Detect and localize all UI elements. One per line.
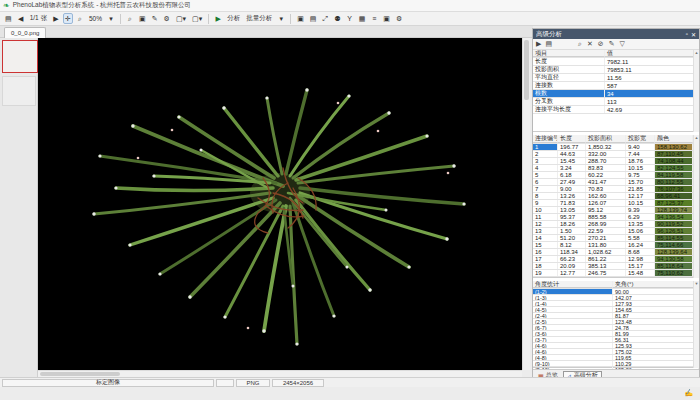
link-row[interactable]: 79.0070.8321.8576,107,36 bbox=[533, 186, 699, 193]
panel-play-icon[interactable]: ▶ bbox=[536, 40, 541, 48]
table-cell: 126.07 bbox=[586, 200, 626, 206]
fit-view-icon[interactable]: ▣ bbox=[137, 13, 148, 24]
panel-search-icon[interactable]: ⌕ bbox=[578, 40, 582, 48]
branch-y-icon[interactable]: Y bbox=[345, 13, 355, 24]
table-cell: 1.50 bbox=[558, 228, 586, 234]
image-tab[interactable]: 0_0_0.png bbox=[4, 27, 46, 38]
table-cell: (2-4) bbox=[533, 313, 613, 318]
person-icon[interactable]: ⚉ bbox=[332, 13, 342, 24]
analyze-button[interactable]: 分析 bbox=[225, 13, 242, 24]
link-row[interactable]: 43.2483.8310.1582,124,55 bbox=[533, 165, 699, 172]
table-cell: 1,850.32 bbox=[586, 144, 626, 150]
link-row[interactable]: 1766.23861.2212.9894,130,58 bbox=[533, 256, 699, 263]
camera-icon[interactable]: ▣ bbox=[381, 13, 392, 24]
list-icon[interactable]: ≡ bbox=[369, 13, 379, 24]
link-row[interactable]: 131.5022.5915.0696,126,51 bbox=[533, 228, 699, 235]
analyze-play-icon[interactable]: ▶ bbox=[213, 13, 223, 24]
batch-analyze-button[interactable]: 批量分析 bbox=[244, 13, 274, 24]
mask-dropdown-icon[interactable]: ▢▾ bbox=[190, 13, 204, 24]
panel-filter-icon[interactable]: ▽ bbox=[620, 40, 625, 48]
canvas-vertical-scrollbar[interactable] bbox=[522, 38, 530, 370]
panel-exclude-icon[interactable]: ⊘ bbox=[598, 40, 604, 48]
link-row[interactable]: 1451.20270.215.5885,114,55 bbox=[533, 235, 699, 242]
gear-icon[interactable]: ⚙ bbox=[394, 13, 404, 24]
column-header[interactable]: 长度 bbox=[558, 135, 586, 143]
table-cell: 162.60 bbox=[586, 193, 626, 199]
settings-icon[interactable]: ⚙ bbox=[162, 13, 172, 24]
batch-dropdown-caret-icon[interactable]: ▾ bbox=[276, 13, 286, 24]
toolbar-separator bbox=[208, 14, 209, 24]
link-row[interactable]: 16118.341,028.628.68128,139,64 bbox=[533, 249, 699, 256]
panel-title-bar: 高级分析 ▫ ✕ bbox=[533, 29, 699, 39]
column-header[interactable]: 角度统计 bbox=[533, 281, 613, 288]
link-row[interactable]: 1820.09385.1315.1785,118,64 bbox=[533, 263, 699, 270]
zoom-in-icon[interactable]: ⌕ bbox=[125, 13, 135, 24]
panel-report-icon[interactable]: ▤ bbox=[545, 40, 552, 48]
properties-scrollbar[interactable]: ▲ bbox=[693, 50, 699, 132]
prev-image-icon[interactable]: ◀ bbox=[16, 13, 26, 24]
link-row[interactable]: 244.63332.007.4487,110,45 bbox=[533, 151, 699, 158]
plant-root-image bbox=[38, 38, 522, 370]
links-scrollbar[interactable]: ▲ bbox=[693, 135, 699, 278]
image-icon[interactable]: ▣ bbox=[295, 13, 306, 24]
table-cell: 8.68 bbox=[626, 249, 655, 255]
save-icon[interactable]: ▤ bbox=[3, 13, 14, 24]
column-header[interactable]: 投影宽 bbox=[626, 135, 655, 143]
link-row[interactable]: 1218.26268.9913.3590,119,52 bbox=[533, 221, 699, 228]
report-icon[interactable]: ▤ bbox=[308, 13, 319, 24]
table-cell: 12.17 bbox=[626, 193, 655, 199]
property-row[interactable]: 根数34 bbox=[533, 90, 699, 98]
panel-close-icon[interactable]: ✕ bbox=[691, 31, 696, 38]
table-cell: 6.18 bbox=[558, 172, 586, 178]
table-cell: 51.20 bbox=[558, 235, 586, 241]
grid-table-icon[interactable]: ▦ bbox=[357, 13, 368, 24]
zoom-dropdown-caret-icon[interactable]: ▾ bbox=[106, 13, 116, 24]
property-row[interactable]: 分叉数113 bbox=[533, 98, 699, 106]
pan-tool-icon[interactable]: ✛ bbox=[63, 13, 73, 24]
zoom-tool-icon[interactable]: ⌕ bbox=[75, 13, 85, 24]
table-cell: 13.26 bbox=[558, 193, 586, 199]
link-row[interactable]: 1912.77246.7515.4875,110,62 bbox=[533, 270, 699, 277]
column-header[interactable]: 夹角(°) bbox=[613, 281, 699, 288]
angles-scrollbar[interactable]: ▼ bbox=[693, 281, 699, 368]
zoom-level-select[interactable]: 50% bbox=[87, 13, 104, 24]
table-cell: 12.98 bbox=[626, 256, 655, 262]
active-thumbnail[interactable] bbox=[2, 40, 38, 73]
link-row[interactable]: 627.49431.4715.7080,112,55 bbox=[533, 179, 699, 186]
expand-icon[interactable]: ⤢ bbox=[320, 13, 330, 24]
table-cell: 95.37 bbox=[558, 214, 586, 220]
property-row[interactable]: 长度7982.11 bbox=[533, 58, 699, 66]
panel-delete-icon[interactable]: ✕ bbox=[587, 40, 593, 48]
table-cell: 83.83 bbox=[586, 165, 626, 171]
property-row[interactable]: 连接数587 bbox=[533, 82, 699, 90]
column-header[interactable]: 值 bbox=[605, 50, 699, 57]
panel-edit-icon[interactable]: ✎ bbox=[609, 40, 615, 48]
link-row[interactable]: 56.1860.229.7584,119,58 bbox=[533, 172, 699, 179]
link-row[interactable]: 1013.0595.129.39128,139,74 bbox=[533, 207, 699, 214]
property-row[interactable]: 投影面积79853.11 bbox=[533, 66, 699, 74]
table-cell: 44.63 bbox=[558, 151, 586, 157]
column-header[interactable]: 项目 bbox=[533, 50, 605, 57]
table-cell: 118.34 bbox=[558, 249, 586, 255]
column-header[interactable]: 连接编号 bbox=[533, 135, 558, 143]
layer-dropdown-icon[interactable]: ▢▾ bbox=[174, 13, 188, 24]
property-row[interactable]: 连接平均长度42.69 bbox=[533, 106, 699, 114]
next-image-icon[interactable]: ▶ bbox=[51, 13, 61, 24]
link-row[interactable]: 813.26162.6012.1768,96,41 bbox=[533, 193, 699, 200]
link-row[interactable]: 971.83126.0710.1587,125,37 bbox=[533, 200, 699, 207]
canvas-horizontal-scrollbar[interactable] bbox=[38, 370, 522, 377]
table-cell: 2 bbox=[533, 151, 558, 157]
link-row[interactable]: 1195.37885.586.2994,136,54 bbox=[533, 214, 699, 221]
table-cell: 154.65 bbox=[613, 307, 699, 312]
panel-float-icon[interactable]: ▫ bbox=[686, 31, 688, 38]
edit-icon[interactable]: ✎ bbox=[150, 13, 160, 24]
link-row[interactable]: 315.45288.7018.7674,108,44 bbox=[533, 158, 699, 165]
table-cell: 13 bbox=[533, 228, 558, 234]
property-row[interactable]: 平均直径11.56 bbox=[533, 74, 699, 82]
link-row[interactable]: 158.12131.8016.2475,114,66 bbox=[533, 242, 699, 249]
link-row[interactable]: 1196.771,850.329.40158,130,62 bbox=[533, 144, 699, 151]
column-header[interactable]: 投影面积 bbox=[586, 135, 626, 143]
page-indicator: 1/1 张 bbox=[28, 13, 49, 24]
column-header[interactable]: 颜色 bbox=[655, 135, 693, 143]
image-canvas[interactable] bbox=[38, 38, 522, 370]
